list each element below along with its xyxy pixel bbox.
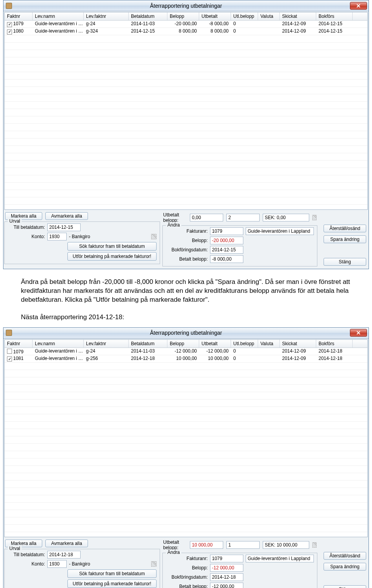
- table-row[interactable]: [5, 43, 367, 50]
- table-row[interactable]: 1079Guide-leverantören i …g-242014-11-03…: [5, 348, 367, 355]
- table-row[interactable]: [5, 50, 367, 57]
- table-row[interactable]: [5, 451, 367, 458]
- table-row[interactable]: [5, 532, 367, 537]
- table-row[interactable]: [5, 503, 367, 510]
- belopp-input[interactable]: [210, 564, 243, 572]
- col-valuta[interactable]: Valuta: [258, 12, 280, 20]
- table-row[interactable]: [5, 436, 367, 444]
- table-row[interactable]: [5, 205, 367, 210]
- save-button[interactable]: Spara ändring: [324, 563, 366, 571]
- table-row[interactable]: [5, 183, 367, 190]
- konto-input[interactable]: [47, 233, 67, 240]
- table-row[interactable]: 1080Guide-leverantören i …g-3242014-12-1…: [5, 28, 367, 35]
- utbetalt-belopp[interactable]: [190, 541, 223, 549]
- row-checkbox[interactable]: [7, 29, 12, 35]
- execute-payment-button[interactable]: Utför betalning på markerade fakturor!: [67, 252, 157, 261]
- col-utbet[interactable]: Utbetalt: [199, 340, 231, 348]
- reset-button[interactable]: Återställ/osänd: [324, 552, 366, 560]
- table-row[interactable]: [5, 458, 367, 466]
- table-row[interactable]: [5, 72, 367, 80]
- betalt-belopp-input[interactable]: [210, 583, 243, 588]
- col-utlbel[interactable]: Utl.belopp: [231, 340, 258, 348]
- table-row[interactable]: [5, 414, 367, 422]
- table-row[interactable]: [5, 399, 367, 407]
- search-invoices-button[interactable]: Sök fakturor fram till betaldatum: [67, 242, 157, 251]
- col-levnamn[interactable]: Lev.namn: [33, 340, 84, 348]
- row-checkbox[interactable]: [7, 356, 12, 361]
- belopp-input[interactable]: [210, 237, 243, 244]
- col-betdat[interactable]: Betaldatum: [129, 12, 167, 20]
- col-skickat[interactable]: Skickat: [280, 12, 316, 20]
- table-row[interactable]: [5, 190, 367, 197]
- table-row[interactable]: [5, 146, 367, 153]
- table-row[interactable]: [5, 481, 367, 488]
- table-row[interactable]: [5, 473, 367, 481]
- betalt-belopp-input[interactable]: [210, 255, 243, 263]
- fakturanr-input[interactable]: [210, 227, 243, 235]
- table-row[interactable]: [5, 377, 367, 385]
- table-row[interactable]: [5, 131, 367, 138]
- table-row[interactable]: [5, 363, 367, 370]
- titlebar[interactable]: Återrapportering utbetalningar: [3, 328, 369, 339]
- count-field[interactable]: [226, 541, 260, 549]
- table-row[interactable]: [5, 175, 367, 183]
- sek-field[interactable]: [263, 214, 309, 221]
- table-row[interactable]: [5, 392, 367, 399]
- table-row[interactable]: [5, 168, 367, 175]
- col-bokfors[interactable]: Bokförs: [316, 12, 353, 20]
- table-row[interactable]: [5, 444, 367, 451]
- execute-payment-button[interactable]: Utför betalning på markerade fakturor!: [67, 579, 157, 588]
- table-row[interactable]: [5, 124, 367, 131]
- col-faktnr[interactable]: Faktnr: [5, 340, 33, 348]
- col-utbet[interactable]: Utbetalt: [199, 12, 231, 20]
- col-skickat[interactable]: Skickat: [280, 340, 316, 348]
- till-betaldatum-input[interactable]: [47, 223, 81, 231]
- titlebar[interactable]: Återrapportering utbetalningar: [3, 0, 369, 11]
- col-belopp[interactable]: Belopp: [167, 12, 199, 20]
- table-row[interactable]: [5, 407, 367, 414]
- utbetalt-belopp[interactable]: [190, 214, 223, 221]
- table-row[interactable]: [5, 102, 367, 109]
- table-row[interactable]: [5, 488, 367, 495]
- table-row[interactable]: [5, 429, 367, 436]
- col-betdat[interactable]: Betaldatum: [129, 340, 167, 348]
- row-checkbox[interactable]: [7, 22, 12, 27]
- bokdat-input[interactable]: [210, 246, 243, 254]
- table-row[interactable]: [5, 80, 367, 87]
- fakturanr-input[interactable]: [210, 555, 243, 562]
- close-button[interactable]: Stäng: [324, 585, 366, 588]
- table-row[interactable]: [5, 370, 367, 377]
- till-betaldatum-input[interactable]: [47, 551, 81, 559]
- col-levfakt[interactable]: Lev.faktnr: [84, 12, 129, 20]
- table-row[interactable]: [5, 385, 367, 392]
- lev-name-input[interactable]: [246, 555, 314, 562]
- table-row[interactable]: [5, 57, 367, 65]
- table-row[interactable]: [5, 161, 367, 168]
- table-row[interactable]: [5, 153, 367, 161]
- row-checkbox[interactable]: [7, 349, 12, 354]
- table-row[interactable]: [5, 35, 367, 43]
- table-row[interactable]: [5, 116, 367, 124]
- table-row[interactable]: [5, 94, 367, 102]
- col-utlbel[interactable]: Utl.belopp: [231, 12, 258, 20]
- col-belopp[interactable]: Belopp: [167, 340, 199, 348]
- table-row[interactable]: [5, 525, 367, 532]
- unmark-all-button[interactable]: Avmarkera alla: [45, 212, 88, 220]
- lev-name-input[interactable]: [246, 227, 314, 235]
- search-invoices-button[interactable]: Sök fakturor fram till betaldatum: [67, 569, 157, 578]
- close-button[interactable]: Stäng: [324, 258, 366, 266]
- table-row[interactable]: [5, 495, 367, 503]
- col-faktnr[interactable]: Faktnr: [5, 12, 33, 20]
- table-row[interactable]: [5, 510, 367, 517]
- save-button[interactable]: Spara ändring: [324, 235, 366, 243]
- table-row[interactable]: [5, 87, 367, 94]
- table-row[interactable]: [5, 517, 367, 525]
- col-levnamn[interactable]: Lev.namn: [33, 12, 84, 20]
- bokdat-input[interactable]: [210, 573, 243, 581]
- table-row[interactable]: [5, 197, 367, 205]
- konto-input[interactable]: [47, 560, 67, 568]
- col-valuta[interactable]: Valuta: [258, 340, 280, 348]
- unmark-all-button[interactable]: Avmarkera alla: [45, 540, 88, 547]
- reset-button[interactable]: Återställ/osänd: [324, 225, 366, 232]
- col-bokfors[interactable]: Bokförs: [316, 340, 353, 348]
